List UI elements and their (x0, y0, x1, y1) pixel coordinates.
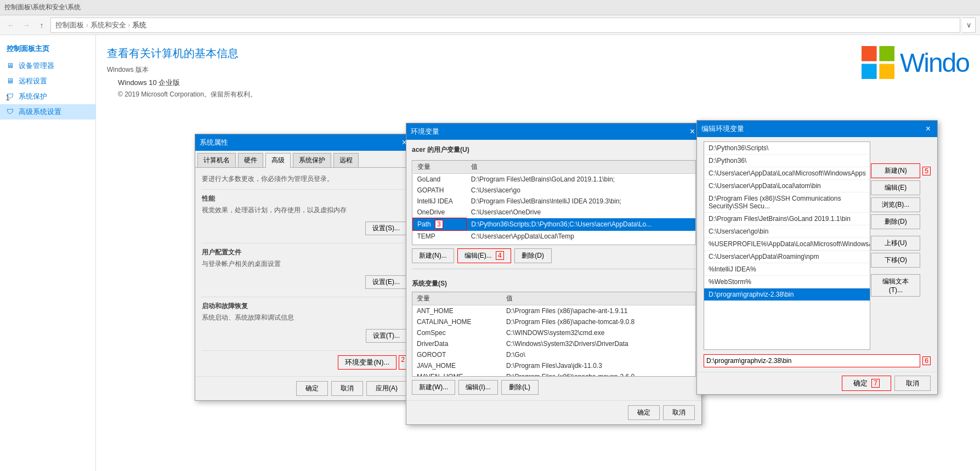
up-button[interactable]: ↑ (35, 19, 48, 32)
sys-vars-section: 系统变量(S) 变量 值 ANT_HOME D:\Program (406, 274, 701, 400)
editenv-browse-button[interactable]: 浏览(B)... (871, 197, 920, 212)
editenv-item-9[interactable]: %IntelliJ IDEA% (704, 263, 870, 276)
editenv-input[interactable] (704, 354, 920, 367)
windows-text: Windo (900, 48, 969, 78)
copyright-text: © 2019 Microsoft Corporation。保留所有权利。 (118, 90, 969, 99)
user-new-button[interactable]: 新建(N)... (412, 248, 454, 263)
user-delete-button[interactable]: 删除(D) (514, 248, 552, 263)
editenv-close-button[interactable]: × (924, 124, 933, 134)
sysprop-ok-button[interactable]: 确定 (296, 381, 328, 396)
performance-settings-button[interactable]: 设置(S)... (365, 222, 407, 235)
title-bar-text: 控制面板\系统和安全\系统 (4, 3, 81, 12)
remote-settings-icon: 🖥 (7, 77, 15, 86)
editenv-edit-button[interactable]: 编辑(E) (871, 180, 920, 195)
windows-logo-svg (862, 46, 894, 79)
sidebar-item-device-manager[interactable]: 🖥 设备管理器 (0, 58, 95, 73)
user-var-row-gopath[interactable]: GOPATH C:\Users\acer\go (413, 185, 696, 196)
user-vars-table-container[interactable]: 变量 值 GoLand D:\Program Files\JetBrains\G… (412, 160, 696, 245)
sys-var-row-driverdata[interactable]: DriverData C:\Windows\System32\Drivers\D… (412, 338, 695, 349)
sys-var-row-comspec[interactable]: ComSpec C:\WINDOWS\system32\cmd.exe (412, 327, 695, 338)
envvar-close-button[interactable]: × (688, 127, 697, 137)
editenv-delete-button[interactable]: 删除(D) (871, 214, 920, 229)
user-vars-title: acer 的用户变量(U) (412, 145, 469, 155)
editenv-item-3[interactable]: C:\Users\acer\AppData\Local\atom\bin (704, 180, 870, 192)
user-var-row-tmp[interactable]: TMP C:\Users\acer\AppData\Local\Temp (413, 242, 696, 245)
main-area: 控制面板主页 🖥 设备管理器 🖥 远程设置 🛡 系统保护 🛡 高级系统设置 1 … (0, 35, 980, 471)
performance-label: 性能 (202, 194, 407, 203)
env-variables-button[interactable]: 环境变量(N)... (338, 355, 396, 370)
editenv-item-1[interactable]: D:\Python36\ (704, 155, 870, 167)
editenv-item-8[interactable]: C:\Users\acer\AppData\Roaming\npm (704, 251, 870, 263)
editenv-new-button[interactable]: 新建(N) (871, 163, 920, 178)
sidebar: 控制面板主页 🖥 设备管理器 🖥 远程设置 🛡 系统保护 🛡 高级系统设置 1 (0, 35, 96, 471)
user-var-row-onedrive[interactable]: OneDrive C:\Users\acer\OneDrive (413, 207, 696, 218)
tab-advanced[interactable]: 高级 (265, 153, 291, 168)
windows-logo-area: Windo (862, 46, 969, 79)
sys-new-button[interactable]: 新建(W)... (412, 380, 455, 395)
svg-rect-2 (862, 64, 877, 79)
sys-vars-table-container[interactable]: 变量 值 ANT_HOME D:\Program Files (x86)\apa… (412, 292, 696, 377)
env-section-divider (412, 269, 696, 269)
startup-recovery-label: 启动和故障恢复 (202, 302, 407, 311)
path-var-cell: Path 3 (413, 218, 467, 231)
editenv-item-4[interactable]: D:\Program Files (x86)\SSH Communication… (704, 192, 870, 213)
editenv-list[interactable]: D:\Python36\Scripts\ D:\Python36\ C:\Use… (704, 141, 870, 350)
sysprop-cancel-button[interactable]: 取消 (331, 381, 363, 396)
address-path[interactable]: 控制面板 › 系统和安全 › 系统 (50, 18, 960, 33)
user-vars-table: 变量 值 GoLand D:\Program Files\JetBrains\G… (412, 161, 695, 245)
editenv-down-button[interactable]: 下移(O) (871, 253, 920, 268)
editenv-ok-button[interactable]: 确定 7 (842, 376, 891, 391)
editenv-edit-text-button[interactable]: 编辑文本(T)... (871, 274, 920, 297)
sysprop-apply-button[interactable]: 应用(A) (366, 381, 407, 396)
tab-hardware[interactable]: 硬件 (238, 153, 263, 167)
sys-var-row-goroot[interactable]: GOROOT D:\Go\ (412, 349, 695, 360)
editenv-cancel-button[interactable]: 取消 (894, 376, 931, 391)
editenv-item-0[interactable]: D:\Python36\Scripts\ (704, 142, 870, 155)
back-button[interactable]: ← (4, 19, 18, 32)
address-bar: ← → ↑ 控制面板 › 系统和安全 › 系统 ∨ (0, 15, 980, 35)
editenv-item-11[interactable]: D:\program\graphviz-2.38\bin (704, 288, 870, 301)
advanced-settings-icon: 🛡 (7, 107, 15, 116)
address-dropdown-button[interactable]: ∨ (962, 18, 976, 33)
editenv-item-5[interactable]: D:\Program Files\JetBrains\GoLand 2019.1… (704, 213, 870, 225)
user-var-row-intellij[interactable]: IntelliJ IDEA D:\Program Files\JetBrains… (413, 196, 696, 207)
user-vars-btns: 新建(N)... 编辑(E)... 4 删除(D) (412, 248, 696, 263)
tab-remote[interactable]: 远程 (333, 153, 359, 167)
sidebar-item-system-protection[interactable]: 🛡 系统保护 (0, 89, 95, 104)
user-var-row-goland[interactable]: GoLand D:\Program Files\JetBrains\GoLand… (413, 174, 696, 185)
editenv-input-row: 6 (704, 354, 931, 367)
user-edit-button[interactable]: 编辑(E)... 4 (457, 248, 511, 263)
editenv-item-6[interactable]: C:\Users\acer\go\bin (704, 225, 870, 238)
user-profile-settings-button[interactable]: 设置(E)... (365, 275, 407, 289)
sidebar-item-remote-settings[interactable]: 🖥 远程设置 (0, 73, 95, 89)
col-header-var: 变量 (413, 161, 467, 174)
sys-edit-button[interactable]: 编辑(I)... (458, 380, 497, 395)
user-var-row-temp[interactable]: TEMP C:\Users\acer\AppData\Local\Temp (413, 231, 696, 242)
envvar-ok-button[interactable]: 确定 (628, 405, 660, 420)
sys-var-row-mavenhome[interactable]: MAVEN_HOME D:\Program Files (x86)\apache… (412, 371, 695, 377)
tab-system-protection[interactable]: 系统保护 (293, 153, 331, 167)
sys-var-row-anthome[interactable]: ANT_HOME D:\Program Files (x86)\apache-a… (412, 305, 695, 317)
sys-var-row-javahome[interactable]: JAVA_HOME D:\Program Files\Java\jdk-11.0… (412, 360, 695, 371)
envvar-title: 环境变量 (411, 127, 439, 137)
label-1: 1 (5, 93, 10, 102)
sys-col-header-var: 变量 (412, 292, 502, 305)
sys-var-row-catalina[interactable]: CATALINA_HOME D:\Program Files (x86)\apa… (412, 316, 695, 327)
editenv-up-button[interactable]: 上移(U) (871, 236, 920, 251)
sidebar-item-advanced-settings[interactable]: 🛡 高级系统设置 (0, 104, 95, 120)
editenv-item-10[interactable]: %WebStorm% (704, 276, 870, 288)
user-var-row-path[interactable]: Path 3 D:\Python36\Scripts;D:\Python36;C… (413, 218, 696, 231)
svg-rect-0 (862, 46, 877, 61)
edit-env-var-dialog: 编辑环境变量 × D:\Python36\Scripts\ D:\Python3… (696, 120, 938, 395)
editenv-item-2[interactable]: C:\Users\acer\AppData\Local\Microsoft\Wi… (704, 167, 870, 180)
editenv-item-7[interactable]: %USERPROFILE%\AppData\Local\Microsoft\Wi… (704, 238, 870, 251)
envvar-cancel-button[interactable]: 取消 (663, 405, 695, 420)
envvar-title-bar: 环境变量 × (406, 123, 701, 140)
forward-button[interactable]: → (20, 19, 33, 32)
sidebar-item-label: 设备管理器 (19, 61, 54, 71)
startup-recovery-settings-button[interactable]: 设置(T)... (366, 329, 407, 343)
editenv-title: 编辑环境变量 (701, 124, 744, 134)
sys-delete-button[interactable]: 删除(L) (501, 380, 539, 395)
divider3 (202, 297, 407, 297)
tab-computer-name[interactable]: 计算机名 (197, 153, 236, 167)
